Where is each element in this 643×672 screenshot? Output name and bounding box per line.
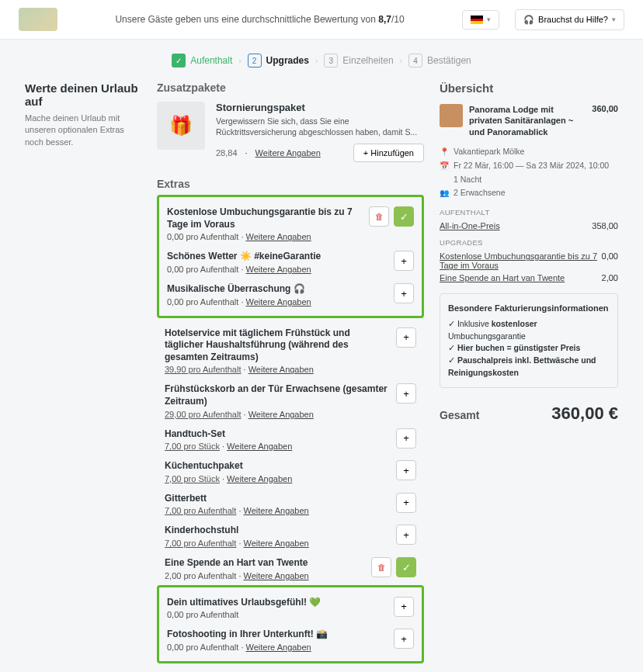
extra-more-link[interactable]: Weitere Angaben bbox=[246, 265, 311, 274]
extra-item: Musikalische Überraschung 🎧0,00 pro Aufe… bbox=[167, 279, 414, 311]
extra-item: Gitterbett7,00 pro Aufenthalt · Weitere … bbox=[157, 488, 424, 521]
extra-more-link[interactable]: Weitere Angaben bbox=[246, 232, 311, 241]
overview-line: Eine Spende an Hart van Twente2,00 bbox=[440, 272, 618, 284]
calendar-icon: 📅 bbox=[440, 159, 449, 172]
total-label: Gesamt bbox=[440, 409, 479, 421]
step-3[interactable]: 3Einzelheiten bbox=[324, 54, 393, 68]
extra-selected-button[interactable]: ✓ bbox=[396, 557, 416, 577]
booking-steps: ✓Aufenthalt›2Upgrades›3Einzelheiten›4Bes… bbox=[0, 40, 643, 81]
free-extras-group-2: Dein ultimatives Urlaubsgefühl! 💚0,00 pr… bbox=[157, 585, 424, 663]
extra-more-link[interactable]: Weitere Angaben bbox=[246, 643, 311, 652]
extra-item: Bademantel 20,00 pro Aufenthalt bbox=[157, 668, 424, 672]
pin-icon: 📍 bbox=[440, 145, 449, 158]
overview-title: Übersicht bbox=[440, 81, 618, 95]
add-extra-button[interactable]: + bbox=[396, 525, 416, 545]
packages-heading: Zusatzpakete bbox=[157, 81, 424, 94]
extra-more-link[interactable]: Weitere Angaben bbox=[244, 539, 309, 548]
add-extra-button[interactable]: + bbox=[394, 597, 414, 617]
room-thumb bbox=[440, 104, 463, 127]
add-extra-button[interactable]: + bbox=[396, 327, 416, 348]
extra-more-link[interactable]: Weitere Angaben bbox=[227, 474, 292, 483]
add-extra-button[interactable]: + bbox=[394, 251, 414, 271]
step-1[interactable]: ✓Aufenthalt bbox=[172, 54, 232, 68]
extra-item: Frühstückskorb an der Tür Erwachsene (ge… bbox=[157, 379, 424, 423]
extra-item: Kinderhochstuhl7,00 pro Aufenthalt · Wei… bbox=[157, 520, 424, 552]
package-price: 28,84 bbox=[216, 148, 238, 158]
extra-item: Schönes Wetter ☀️ #keineGarantie0,00 pro… bbox=[167, 246, 414, 279]
extra-more-link[interactable]: Weitere Angaben bbox=[244, 571, 309, 580]
extras-heading: Extras bbox=[157, 178, 424, 190]
extra-selected-button[interactable]: ✓ bbox=[394, 206, 414, 227]
gift-icon: 🎁 bbox=[157, 102, 205, 150]
package-more-link[interactable]: Weitere Angaben bbox=[255, 148, 321, 158]
extra-item: Handtuch-Set7,00 pro Stück · Weitere Ang… bbox=[157, 424, 424, 456]
extra-item: Eine Spende an Hart van Twente 2,00 pro … bbox=[157, 552, 424, 585]
add-package-button[interactable]: + Hinzufügen bbox=[353, 144, 424, 162]
step-4[interactable]: 4Bestätigen bbox=[408, 54, 471, 68]
free-extras-group: Kostenlose Umbuchungsgarantie bis zu 7 T… bbox=[157, 195, 424, 317]
remove-extra-button[interactable]: 🗑 bbox=[371, 557, 391, 577]
extra-item: Dein ultimatives Urlaubsgefühl! 💚0,00 pr… bbox=[167, 592, 414, 625]
upsell-intro: Werte deinen Urlaub auf Mache deinen Url… bbox=[25, 81, 141, 148]
room-price: 360,00 bbox=[592, 104, 618, 137]
chevron-down-icon: ▾ bbox=[487, 16, 491, 23]
top-bar: Unsere Gäste geben uns eine durchschnitt… bbox=[0, 0, 643, 40]
total-value: 360,00 € bbox=[551, 404, 618, 424]
extra-more-link[interactable]: Weitere Angaben bbox=[244, 506, 309, 515]
extra-item: Fotoshooting in Ihrer Unterkunft! 📸0,00 … bbox=[167, 624, 414, 656]
remove-extra-button[interactable]: 🗑 bbox=[369, 206, 389, 227]
overview-panel: Übersicht Panorama Lodge mit privaten Sa… bbox=[440, 81, 618, 424]
room-name: Panorama Lodge mit privaten Sanitäranlag… bbox=[469, 104, 586, 137]
extra-more-link[interactable]: Weitere Angaben bbox=[227, 442, 292, 451]
upsell-title: Werte deinen Urlaub auf bbox=[25, 81, 141, 108]
chevron-down-icon: ▾ bbox=[612, 16, 616, 23]
language-selector[interactable]: ▾ bbox=[462, 10, 499, 29]
extra-item: Kostenlose Umbuchungsgarantie bis zu 7 T… bbox=[167, 202, 414, 246]
headset-icon: 🎧 bbox=[523, 15, 534, 25]
site-logo[interactable] bbox=[19, 8, 57, 31]
add-extra-button[interactable]: + bbox=[396, 493, 416, 513]
billing-info-box: Besondere Fakturierungsinformationen Ink… bbox=[440, 293, 618, 387]
upsell-desc: Mache deinen Urlaub mit unseren optional… bbox=[25, 113, 141, 148]
add-extra-button[interactable]: + bbox=[394, 283, 414, 303]
overview-line: All-in-One-Preis 358,00 bbox=[440, 220, 618, 232]
overview-line: Kostenlose Umbuchungsgarantie bis zu 7 T… bbox=[440, 250, 618, 272]
add-extra-button[interactable]: + bbox=[396, 460, 416, 480]
extra-item: Küchentuchpaket7,00 pro Stück · Weitere … bbox=[157, 456, 424, 488]
package-desc: Vergewissern Sie sich, dass Sie eine Rüc… bbox=[216, 116, 424, 137]
extra-more-link[interactable]: Weitere Angaben bbox=[249, 410, 314, 419]
help-button[interactable]: 🎧 Brauchst du Hilfe? ▾ bbox=[515, 9, 624, 30]
add-extra-button[interactable]: + bbox=[394, 629, 414, 649]
package-card: 🎁 Stornierungspaket Vergewissern Sie sic… bbox=[157, 102, 424, 162]
extra-item: Hotelservice mit täglichem Frühstück und… bbox=[157, 323, 424, 379]
rating-text: Unsere Gäste geben uns eine durchschnitt… bbox=[73, 14, 447, 25]
extra-more-link[interactable]: Weitere Angaben bbox=[246, 297, 311, 307]
step-2[interactable]: 2Upgrades bbox=[248, 54, 309, 68]
guests-icon: 👥 bbox=[440, 186, 449, 199]
extra-more-link[interactable]: Weitere Angaben bbox=[249, 365, 314, 374]
flag-de-icon bbox=[471, 16, 483, 24]
package-title: Stornierungspaket bbox=[216, 102, 424, 113]
add-extra-button[interactable]: + bbox=[396, 428, 416, 449]
add-extra-button[interactable]: + bbox=[396, 383, 416, 404]
